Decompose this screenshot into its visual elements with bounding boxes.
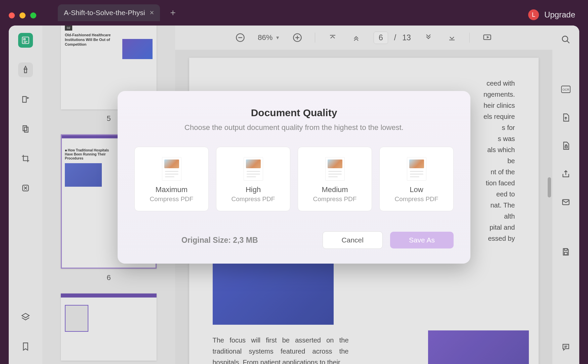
document-quality-modal: Document Quality Choose the output docum…	[118, 91, 470, 264]
quality-option-high[interactable]: High Compress PDF	[216, 147, 290, 211]
cancel-button[interactable]: Cancel	[323, 231, 383, 249]
app-window: 02 Old-Fashioned Healthcare Institutions…	[9, 26, 579, 364]
document-tab[interactable]: A-Shift-to-Solve-the-Physi ×	[58, 4, 160, 21]
close-window-button[interactable]	[9, 12, 15, 18]
quality-option-medium[interactable]: Medium Compress PDF	[298, 147, 372, 211]
upgrade-area: L Upgrade	[528, 9, 575, 20]
modal-title: Document Quality	[134, 107, 454, 119]
tab-bar: A-Shift-to-Solve-the-Physi × +	[58, 4, 176, 21]
original-size-label: Original Size: 2,3 MB	[181, 236, 258, 245]
new-tab-button[interactable]: +	[170, 7, 175, 18]
quality-option-low[interactable]: Low Compress PDF	[379, 147, 454, 211]
tab-title: A-Shift-to-Solve-the-Physi	[64, 9, 145, 17]
avatar[interactable]: L	[528, 9, 539, 20]
traffic-lights	[9, 12, 36, 18]
modal-overlay: Document Quality Choose the output docum…	[9, 26, 579, 364]
modal-subtitle: Choose the output document quality from …	[134, 123, 454, 132]
modal-footer: Original Size: 2,3 MB Cancel Save As	[134, 231, 454, 249]
quality-option-maximum[interactable]: Maximum Compress PDF	[134, 147, 209, 211]
quality-options: Maximum Compress PDF High Compress PDF	[134, 147, 454, 211]
quality-thumb-icon	[325, 157, 345, 181]
maximize-window-button[interactable]	[30, 12, 36, 18]
quality-thumb-icon	[244, 157, 263, 181]
quality-thumb-icon	[407, 157, 426, 181]
close-tab-icon[interactable]: ×	[150, 8, 154, 17]
minimize-window-button[interactable]	[19, 12, 26, 18]
upgrade-button[interactable]: Upgrade	[544, 10, 575, 19]
quality-thumb-icon	[162, 157, 181, 181]
save-as-button[interactable]: Save As	[390, 232, 454, 248]
